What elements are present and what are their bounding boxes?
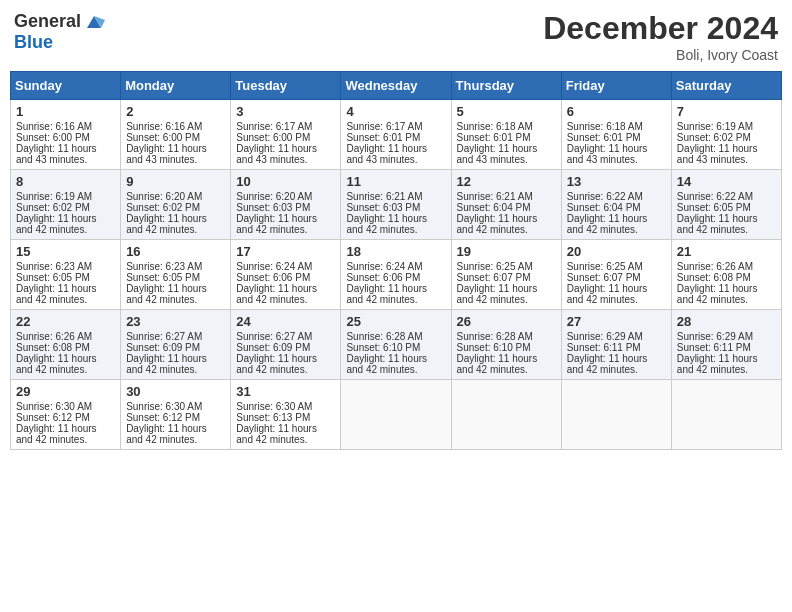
day-number: 15 [16, 244, 115, 259]
sunset-text: Sunset: 6:11 PM [567, 342, 641, 353]
month-title: December 2024 [543, 10, 778, 47]
sunrise-text: Sunrise: 6:17 AM [346, 121, 422, 132]
sunrise-text: Sunrise: 6:16 AM [126, 121, 202, 132]
calendar-cell [341, 380, 451, 450]
daylight-text: Daylight: 11 hours and 42 minutes. [677, 213, 758, 235]
sunset-text: Sunset: 6:10 PM [457, 342, 531, 353]
sunrise-text: Sunrise: 6:29 AM [567, 331, 643, 342]
calendar-cell: 4Sunrise: 6:17 AMSunset: 6:01 PMDaylight… [341, 100, 451, 170]
daylight-text: Daylight: 11 hours and 42 minutes. [457, 283, 538, 305]
daylight-text: Daylight: 11 hours and 43 minutes. [677, 143, 758, 165]
sunrise-text: Sunrise: 6:22 AM [677, 191, 753, 202]
sunset-text: Sunset: 6:07 PM [567, 272, 641, 283]
daylight-text: Daylight: 11 hours and 42 minutes. [567, 213, 648, 235]
calendar-table: SundayMondayTuesdayWednesdayThursdayFrid… [10, 71, 782, 450]
calendar-week-row: 1Sunrise: 6:16 AMSunset: 6:00 PMDaylight… [11, 100, 782, 170]
logo-icon [83, 10, 105, 32]
calendar-cell: 15Sunrise: 6:23 AMSunset: 6:05 PMDayligh… [11, 240, 121, 310]
sunrise-text: Sunrise: 6:27 AM [126, 331, 202, 342]
day-number: 21 [677, 244, 776, 259]
daylight-text: Daylight: 11 hours and 42 minutes. [126, 423, 207, 445]
calendar-cell: 26Sunrise: 6:28 AMSunset: 6:10 PMDayligh… [451, 310, 561, 380]
sunset-text: Sunset: 6:03 PM [346, 202, 420, 213]
daylight-text: Daylight: 11 hours and 42 minutes. [346, 353, 427, 375]
weekday-header: Tuesday [231, 72, 341, 100]
sunrise-text: Sunrise: 6:30 AM [16, 401, 92, 412]
weekday-header: Saturday [671, 72, 781, 100]
sunset-text: Sunset: 6:05 PM [126, 272, 200, 283]
calendar-cell [561, 380, 671, 450]
sunrise-text: Sunrise: 6:23 AM [16, 261, 92, 272]
daylight-text: Daylight: 11 hours and 42 minutes. [236, 423, 317, 445]
calendar-cell: 19Sunrise: 6:25 AMSunset: 6:07 PMDayligh… [451, 240, 561, 310]
sunrise-text: Sunrise: 6:20 AM [126, 191, 202, 202]
day-number: 28 [677, 314, 776, 329]
calendar-cell: 2Sunrise: 6:16 AMSunset: 6:00 PMDaylight… [121, 100, 231, 170]
day-number: 4 [346, 104, 445, 119]
day-number: 5 [457, 104, 556, 119]
calendar-cell: 8Sunrise: 6:19 AMSunset: 6:02 PMDaylight… [11, 170, 121, 240]
calendar-cell: 25Sunrise: 6:28 AMSunset: 6:10 PMDayligh… [341, 310, 451, 380]
daylight-text: Daylight: 11 hours and 43 minutes. [567, 143, 648, 165]
logo-general-text: General [14, 11, 81, 32]
sunset-text: Sunset: 6:05 PM [16, 272, 90, 283]
calendar-cell: 31Sunrise: 6:30 AMSunset: 6:13 PMDayligh… [231, 380, 341, 450]
calendar-body: 1Sunrise: 6:16 AMSunset: 6:00 PMDaylight… [11, 100, 782, 450]
day-number: 23 [126, 314, 225, 329]
daylight-text: Daylight: 11 hours and 42 minutes. [126, 213, 207, 235]
sunrise-text: Sunrise: 6:16 AM [16, 121, 92, 132]
sunrise-text: Sunrise: 6:30 AM [236, 401, 312, 412]
weekday-header: Monday [121, 72, 231, 100]
day-number: 29 [16, 384, 115, 399]
location-text: Boli, Ivory Coast [543, 47, 778, 63]
sunset-text: Sunset: 6:12 PM [16, 412, 90, 423]
calendar-cell: 24Sunrise: 6:27 AMSunset: 6:09 PMDayligh… [231, 310, 341, 380]
daylight-text: Daylight: 11 hours and 42 minutes. [457, 353, 538, 375]
day-number: 3 [236, 104, 335, 119]
daylight-text: Daylight: 11 hours and 42 minutes. [16, 213, 97, 235]
sunrise-text: Sunrise: 6:26 AM [677, 261, 753, 272]
calendar-cell: 12Sunrise: 6:21 AMSunset: 6:04 PMDayligh… [451, 170, 561, 240]
calendar-cell: 22Sunrise: 6:26 AMSunset: 6:08 PMDayligh… [11, 310, 121, 380]
calendar-cell: 21Sunrise: 6:26 AMSunset: 6:08 PMDayligh… [671, 240, 781, 310]
calendar-cell [671, 380, 781, 450]
calendar-cell: 9Sunrise: 6:20 AMSunset: 6:02 PMDaylight… [121, 170, 231, 240]
daylight-text: Daylight: 11 hours and 42 minutes. [567, 353, 648, 375]
day-number: 19 [457, 244, 556, 259]
sunrise-text: Sunrise: 6:17 AM [236, 121, 312, 132]
sunrise-text: Sunrise: 6:28 AM [457, 331, 533, 342]
day-number: 6 [567, 104, 666, 119]
sunrise-text: Sunrise: 6:24 AM [236, 261, 312, 272]
day-number: 13 [567, 174, 666, 189]
page-header: General Blue December 2024 Boli, Ivory C… [10, 10, 782, 63]
calendar-cell: 20Sunrise: 6:25 AMSunset: 6:07 PMDayligh… [561, 240, 671, 310]
calendar-cell: 23Sunrise: 6:27 AMSunset: 6:09 PMDayligh… [121, 310, 231, 380]
weekday-header: Thursday [451, 72, 561, 100]
sunset-text: Sunset: 6:13 PM [236, 412, 310, 423]
sunrise-text: Sunrise: 6:24 AM [346, 261, 422, 272]
calendar-week-row: 22Sunrise: 6:26 AMSunset: 6:08 PMDayligh… [11, 310, 782, 380]
sunset-text: Sunset: 6:02 PM [126, 202, 200, 213]
day-number: 31 [236, 384, 335, 399]
calendar-cell: 6Sunrise: 6:18 AMSunset: 6:01 PMDaylight… [561, 100, 671, 170]
sunrise-text: Sunrise: 6:29 AM [677, 331, 753, 342]
sunrise-text: Sunrise: 6:21 AM [346, 191, 422, 202]
sunrise-text: Sunrise: 6:27 AM [236, 331, 312, 342]
day-number: 24 [236, 314, 335, 329]
day-number: 27 [567, 314, 666, 329]
calendar-cell: 28Sunrise: 6:29 AMSunset: 6:11 PMDayligh… [671, 310, 781, 380]
sunset-text: Sunset: 6:01 PM [567, 132, 641, 143]
sunrise-text: Sunrise: 6:25 AM [567, 261, 643, 272]
daylight-text: Daylight: 11 hours and 42 minutes. [677, 353, 758, 375]
daylight-text: Daylight: 11 hours and 43 minutes. [126, 143, 207, 165]
logo-blue-text: Blue [14, 32, 53, 53]
sunset-text: Sunset: 6:09 PM [126, 342, 200, 353]
calendar-cell [451, 380, 561, 450]
daylight-text: Daylight: 11 hours and 43 minutes. [346, 143, 427, 165]
daylight-text: Daylight: 11 hours and 42 minutes. [346, 213, 427, 235]
calendar-cell: 18Sunrise: 6:24 AMSunset: 6:06 PMDayligh… [341, 240, 451, 310]
sunrise-text: Sunrise: 6:18 AM [457, 121, 533, 132]
calendar-cell: 1Sunrise: 6:16 AMSunset: 6:00 PMDaylight… [11, 100, 121, 170]
sunrise-text: Sunrise: 6:25 AM [457, 261, 533, 272]
sunset-text: Sunset: 6:05 PM [677, 202, 751, 213]
